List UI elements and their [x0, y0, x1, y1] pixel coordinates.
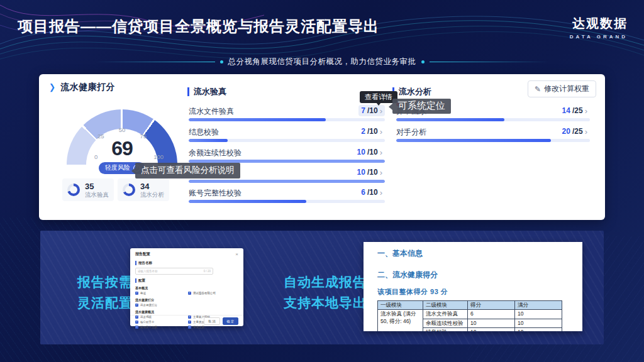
chevron-right-icon: › [585, 107, 587, 115]
metric-label: 结息校验 [189, 127, 219, 138]
metric-score-link[interactable]: 2/10 › [358, 126, 385, 137]
generated-report-preview: 一、基本信息 二、流水健康得分 该项目整体得分 93 分 一级模块 二级模块 得… [364, 242, 582, 331]
risk-level-label: 轻度风险 [105, 163, 130, 172]
modal-section-title: 流水健康打分 [135, 298, 238, 302]
edit-weights-button[interactable]: ✎ 修改计算权重 [528, 80, 596, 97]
gauge-tick-0: 0 [94, 153, 97, 160]
chevron-right-icon: › [585, 128, 587, 136]
metric-bar [396, 118, 590, 121]
gauge-tick-100: 100 [153, 153, 164, 160]
gauge-tick-25: 25 [97, 133, 104, 140]
caption-export: 自动生成报告 支持本地导出 [272, 272, 379, 313]
metric-label: 流水文件验真 [189, 106, 234, 117]
section-arrow-icon: ❯ [49, 82, 55, 92]
slide-subtitle: 总分视角展现信贷项目分析概况，助力信贷业务审批 [228, 57, 416, 67]
metric-score-link[interactable]: 14/25 › [560, 105, 590, 116]
report-name-label: 报告名称 [135, 261, 238, 265]
report-heading-2: 二、流水健康得分 [377, 270, 572, 280]
metric-row: 结息校验 2/10 › [189, 126, 385, 145]
gauge-arc-area: 0 25 50 75 100 69 [67, 109, 177, 165]
metric-bar [189, 139, 385, 142]
metric-bar [189, 118, 385, 121]
table-header-row: 一级模块 二级模块 得分 满分 [378, 301, 562, 310]
edit-pencil-icon: ✎ [535, 85, 541, 93]
confirm-button[interactable]: 确 定 [223, 317, 238, 325]
substat-analysis-value: 34 [140, 182, 164, 192]
metric-label: 余额连续性校验 [189, 148, 242, 158]
metric-score-link[interactable]: 10/10 › [355, 167, 385, 178]
checkbox-checked-icon[interactable] [188, 292, 191, 295]
metric-score-link[interactable]: 6/10 › [358, 187, 385, 198]
checkbox-checked-icon[interactable] [135, 292, 138, 295]
card-header: ❯ 流水健康打分 [49, 82, 115, 93]
metric-bar [396, 139, 590, 142]
metric-label: 账号完整性校验 [189, 188, 242, 199]
char-counter: 0 / 20 [204, 270, 211, 273]
chevron-right-icon: › [380, 107, 382, 115]
subtitle-dot-right [421, 60, 425, 63]
metric-bar [189, 180, 385, 183]
subtitle-dot-left [220, 60, 223, 63]
brand-logo: 达观数据 DATA GRAND [570, 15, 628, 40]
report-score-table: 一级模块 二级模块 得分 满分 流水验真 (满分50, 得分: 46) 流水文件… [377, 300, 562, 331]
substat-verify-value: 35 [85, 182, 109, 192]
subtitle-line-right [430, 62, 549, 62]
report-heading-1: 一、基本信息 [377, 248, 572, 259]
checkbox-item[interactable]: 测试股份有限公司 [188, 292, 238, 295]
brand-logo-cn: 达观数据 [570, 15, 628, 32]
substat-verify: 35 流水验真 [62, 178, 114, 201]
checkbox-checked-icon[interactable] [135, 304, 138, 307]
subtitle-line-left [96, 62, 215, 62]
group-title-verify: 流水验真 [187, 87, 226, 96]
metric-score-link[interactable]: 7/10 › [358, 105, 385, 116]
chevron-right-icon: › [380, 148, 382, 156]
risk-note-annotation: 点击可查看风险分析说明 [135, 163, 240, 178]
substat-verify-label: 流水验真 [85, 191, 109, 198]
card-title: 流水健康打分 [60, 82, 115, 93]
report-name-field[interactable]: 0 / 20 [135, 268, 213, 275]
chevron-right-icon: › [380, 128, 382, 136]
subtitle-row: 总分视角展现信贷项目分析概况，助力信贷业务审批 [0, 57, 644, 67]
gauge-tick-75: 75 [140, 133, 147, 140]
edit-weights-label: 修改计算权重 [544, 84, 589, 94]
slide-title: 项目报告——信贷项目全景概览与报告灵活配置导出 [18, 16, 379, 36]
modal-section-title: 基本概况 [135, 286, 238, 290]
health-score-card: ❯ 流水健康打分 ✎ 修改计算权重 0 25 50 75 100 69 轻度风险… [39, 74, 605, 220]
metric-row: 账号完整性校验 6/10 › [189, 187, 385, 206]
checkbox-item[interactable]: 流水健康打分 [135, 304, 188, 307]
metric-row: 对手分析 20/25 › [396, 126, 590, 145]
metric-score-link[interactable]: 10/10 › [355, 146, 385, 158]
group-title-analysis: 流水分析 [392, 87, 431, 96]
close-icon[interactable]: × [235, 252, 238, 257]
substat-analysis-label: 流水分析 [140, 191, 164, 198]
checkbox-item[interactable]: 概述 [135, 292, 188, 295]
report-total-score: 该项目整体得分 93 分 [377, 287, 572, 297]
brand-logo-en: DATA GRAND [570, 34, 628, 40]
modal-title: 报告配置 [135, 251, 150, 257]
metric-bar [189, 200, 385, 203]
gauge-tick-50: 50 [119, 126, 126, 133]
chevron-right-icon: › [380, 189, 382, 197]
system-locate-annotation: 可系统定位 [392, 99, 451, 114]
chevron-right-icon: › [380, 168, 382, 177]
metric-label: 对手分析 [396, 127, 426, 138]
cancel-button[interactable]: 取 消 [204, 317, 219, 325]
background-waves [0, 0, 644, 82]
substat-analysis: 34 流水分析 [118, 178, 169, 201]
gauge-score-value: 69 [111, 137, 133, 160]
metric-score-link[interactable]: 20/25 › [560, 126, 590, 137]
substat-verify-donut [67, 184, 80, 196]
slide-root: 项目报告——信贷项目全景概览与报告灵活配置导出 达观数据 DATA GRAND … [0, 0, 644, 362]
bottom-panel: 报告按需 灵活配置 自动生成报告 支持本地导出 报告配置 × 报告名称 0 / … [40, 231, 604, 344]
report-config-modal: 报告配置 × 报告名称 0 / 20 配置 基本概况 概述 测试股份有限公司 流… [130, 248, 243, 326]
view-detail-tooltip: 查看详情 [360, 91, 397, 103]
table-row: 流水验真 (满分50, 得分: 46) 流水文件验真 6 10 [378, 310, 562, 319]
modal-section-title: 流水健康概况 [135, 310, 238, 314]
report-name-input[interactable] [138, 270, 188, 273]
metric-row: 流水文件验真 7/10 › [189, 105, 385, 124]
substat-analysis-donut [123, 184, 135, 196]
config-label: 配置 [135, 278, 238, 283]
